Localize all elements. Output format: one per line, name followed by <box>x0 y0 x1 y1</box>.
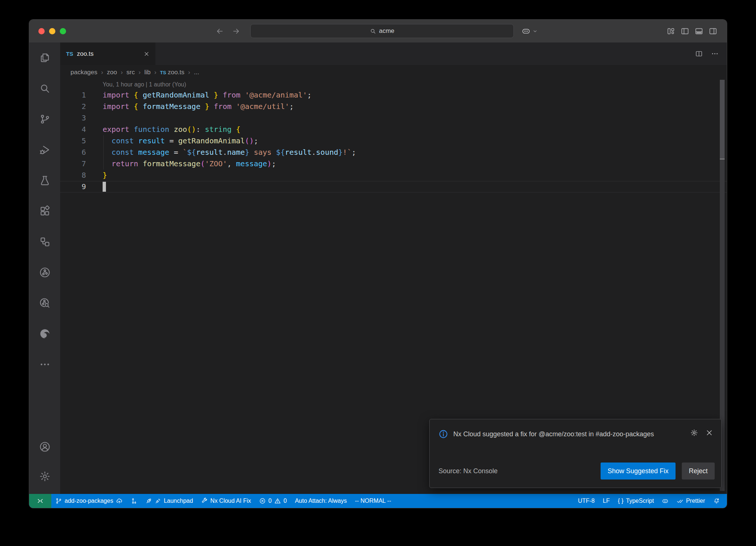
activity-search[interactable] <box>29 73 60 104</box>
edge-icon <box>39 328 51 339</box>
cloud-upload-icon <box>116 498 123 504</box>
search-value: acme <box>379 27 395 35</box>
notification-close-icon[interactable] <box>705 429 713 437</box>
line-number: 4 <box>60 124 86 135</box>
copilot-icon <box>662 498 669 504</box>
git-branch-item[interactable]: add-zoo-packages <box>51 494 127 508</box>
breadcrumb-separator: › <box>188 69 190 76</box>
activity-edge-browser[interactable] <box>29 318 60 349</box>
prettier-item[interactable]: Prettier <box>673 494 709 508</box>
code-line-9[interactable]: 9 <box>60 181 727 192</box>
zoom-button[interactable] <box>60 28 66 34</box>
activity-source-control[interactable] <box>29 104 60 134</box>
breadcrumb-item-packages[interactable]: packages <box>71 69 97 76</box>
activity-nx-console[interactable] <box>29 226 60 257</box>
code-line-7[interactable]: 7 return formatMessage('ZOO', message); <box>60 158 727 170</box>
code-editor: 1import { getRandomAnimal } from '@acme/… <box>60 89 727 192</box>
layout-controls <box>667 20 717 42</box>
settings-gear-icon <box>39 471 51 482</box>
close-tab-icon[interactable] <box>144 51 150 57</box>
activity-extensions[interactable] <box>29 196 60 226</box>
code-line-4[interactable]: 4export function zoo(): string { <box>60 124 727 135</box>
launchpad-item[interactable]: Launchpad <box>141 494 197 508</box>
breadcrumb-separator: › <box>101 69 103 76</box>
code-line-5[interactable]: 5 const result = getRandomAnimal(); <box>60 135 727 147</box>
copilot-menu[interactable] <box>522 20 538 42</box>
code-line-6[interactable]: 6 const message = `${result.name} says $… <box>60 147 727 158</box>
code-line-3[interactable]: 3 <box>60 112 727 124</box>
activity-run-debug[interactable] <box>29 134 60 165</box>
activity-testing[interactable] <box>29 165 60 196</box>
error-icon <box>259 498 266 504</box>
activity-explorer[interactable] <box>29 42 60 73</box>
breadcrumb-item--[interactable]: ... <box>194 69 199 76</box>
encoding-item[interactable]: UTF-8 <box>574 494 599 508</box>
auto-attach-item[interactable]: Auto Attach: Always <box>291 494 351 508</box>
breadcrumb-separator: › <box>138 69 141 76</box>
info-icon <box>439 429 448 439</box>
code-line-1[interactable]: 1import { getRandomAnimal } from '@acme/… <box>60 89 727 101</box>
language-mode-item-label: TypeScript <box>626 498 654 504</box>
toggle-panel-button[interactable] <box>695 27 703 35</box>
vscode-window: acme TS zoo.ts packages›zoo›src›lib›TSzo… <box>29 19 727 508</box>
split-editor-button[interactable] <box>695 50 703 58</box>
toggle-secondary-sidebar-button[interactable] <box>709 27 717 35</box>
back-button[interactable] <box>216 27 224 35</box>
ellipsis-icon <box>39 359 51 370</box>
prettier-item-label: Prettier <box>686 498 705 504</box>
close-button[interactable] <box>38 28 45 34</box>
line-number: 9 <box>60 181 86 192</box>
breadcrumb-item-src[interactable]: src <box>127 69 135 76</box>
account-icon <box>39 441 51 453</box>
breadcrumb-item-lib[interactable]: lib <box>144 69 151 76</box>
accounts-button[interactable] <box>29 432 60 461</box>
problems-item-label: 0 <box>268 498 272 504</box>
activity-graph-search[interactable] <box>29 288 60 318</box>
tab-label: zoo.ts <box>77 50 93 58</box>
customize-layout-button[interactable] <box>667 27 675 35</box>
line-number: 8 <box>60 170 86 181</box>
reject-button[interactable]: Reject <box>682 463 715 480</box>
notification-toast: Nx Cloud suggested a fix for @acme/zoo:t… <box>429 419 722 488</box>
language-mode-item[interactable]: { }TypeScript <box>614 494 658 508</box>
problems-item[interactable]: 00 <box>255 494 291 508</box>
line-number: 6 <box>60 147 86 158</box>
toggle-primary-sidebar-button[interactable] <box>681 27 689 35</box>
commit-graph-item[interactable] <box>127 494 141 508</box>
ts-file-icon: TS <box>160 70 166 75</box>
eol-item[interactable]: LF <box>599 494 614 508</box>
forward-button[interactable] <box>232 27 240 35</box>
status-bar: add-zoo-packagesLaunchpadNx Cloud AI Fix… <box>29 494 727 508</box>
breadcrumb: packages›zoo›src›lib›TSzoo.ts›... <box>60 65 727 80</box>
notification-settings-gear-icon[interactable] <box>690 429 698 437</box>
settings-button[interactable] <box>29 461 60 491</box>
more-actions-button[interactable] <box>711 50 719 58</box>
vim-mode-item[interactable]: -- NORMAL -- <box>351 494 395 508</box>
breadcrumb-label: src <box>127 69 135 76</box>
code-line-8[interactable]: 8} <box>60 170 727 181</box>
remote-indicator[interactable] <box>29 494 51 508</box>
breadcrumb-item-zoo-ts[interactable]: TSzoo.ts <box>160 69 185 76</box>
code-line-content: import { formatMessage } from '@acme/uti… <box>86 101 294 112</box>
notifications-bell-item[interactable] <box>709 494 724 508</box>
nx-cloud-ai-fix-item[interactable]: Nx Cloud AI Fix <box>197 494 255 508</box>
breadcrumb-label: ... <box>194 69 199 76</box>
search-icon <box>39 83 51 94</box>
code-line-2[interactable]: 2import { formatMessage } from '@acme/ut… <box>60 101 727 112</box>
scrollbar-thumb[interactable] <box>720 80 725 158</box>
code-line-content: } <box>86 170 107 181</box>
history-nav <box>216 20 240 42</box>
search-icon <box>370 28 376 34</box>
code-line-content <box>86 112 103 124</box>
tab-zoo-ts[interactable]: TS zoo.ts <box>60 42 155 65</box>
breadcrumb-item-zoo[interactable]: zoo <box>107 69 117 76</box>
command-center-search[interactable]: acme <box>250 24 514 38</box>
code-line-content: import { getRandomAnimal } from '@acme/a… <box>86 89 312 101</box>
activity-more[interactable] <box>29 349 60 380</box>
minimize-button[interactable] <box>49 28 55 34</box>
copilot-status-item[interactable] <box>658 494 673 508</box>
notification-body: Nx Cloud suggested a fix for @acme/zoo:t… <box>430 419 721 441</box>
show-suggested-fix-button[interactable]: Show Suggested Fix <box>601 463 676 480</box>
tab-bar: TS zoo.ts <box>60 42 727 65</box>
activity-project-graph[interactable] <box>29 257 60 288</box>
